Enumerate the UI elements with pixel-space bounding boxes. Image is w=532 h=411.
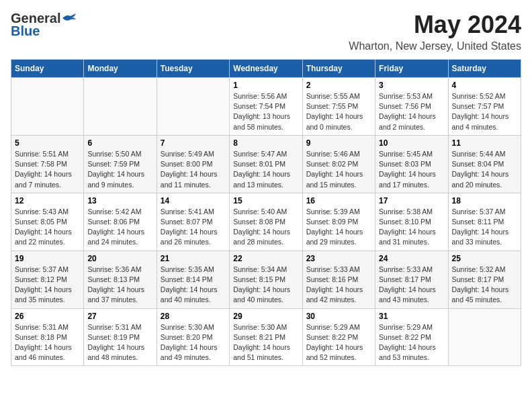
day-of-week-header: Wednesday [230, 60, 302, 78]
day-info: Sunrise: 5:33 AMSunset: 8:17 PMDaylight:… [379, 265, 444, 306]
day-info: Sunrise: 5:44 AMSunset: 8:04 PMDaylight:… [452, 149, 517, 190]
day-number: 8 [233, 138, 298, 148]
logo-blue-text: Blue [11, 24, 40, 39]
day-number: 4 [452, 81, 517, 90]
calendar-day-cell: 7Sunrise: 5:49 AMSunset: 8:00 PMDaylight… [157, 135, 229, 193]
day-info: Sunrise: 5:32 AMSunset: 8:17 PMDaylight:… [452, 265, 517, 306]
day-info: Sunrise: 5:29 AMSunset: 8:22 PMDaylight:… [306, 322, 371, 363]
calendar-day-cell: 25Sunrise: 5:32 AMSunset: 8:17 PMDayligh… [448, 250, 521, 308]
calendar-day-cell: 23Sunrise: 5:33 AMSunset: 8:16 PMDayligh… [302, 250, 375, 308]
day-number: 31 [379, 312, 444, 321]
day-number: 6 [87, 138, 152, 148]
calendar-day-cell: 16Sunrise: 5:39 AMSunset: 8:09 PMDayligh… [302, 193, 375, 250]
day-info: Sunrise: 5:42 AMSunset: 8:06 PMDaylight:… [87, 207, 152, 248]
day-number: 3 [379, 81, 444, 90]
day-number: 21 [161, 254, 226, 263]
location-text: Wharton, New Jersey, United States [349, 40, 521, 52]
day-of-week-header: Sunday [11, 60, 84, 78]
day-info: Sunrise: 5:55 AMSunset: 7:55 PMDaylight:… [306, 91, 371, 132]
calendar-day-cell: 31Sunrise: 5:29 AMSunset: 8:22 PMDayligh… [375, 308, 448, 366]
day-info: Sunrise: 5:49 AMSunset: 8:00 PMDaylight:… [161, 149, 226, 190]
day-number: 30 [306, 312, 371, 321]
day-info: Sunrise: 5:50 AMSunset: 7:59 PMDaylight:… [87, 149, 152, 190]
calendar-week-row: 19Sunrise: 5:37 AMSunset: 8:12 PMDayligh… [11, 250, 521, 308]
day-number: 29 [233, 312, 298, 321]
day-number: 5 [15, 138, 80, 148]
day-info: Sunrise: 5:46 AMSunset: 8:02 PMDaylight:… [306, 149, 371, 190]
day-of-week-header: Monday [84, 60, 157, 78]
day-info: Sunrise: 5:56 AMSunset: 7:54 PMDaylight:… [233, 91, 298, 132]
day-of-week-header: Tuesday [157, 60, 229, 78]
day-number: 10 [379, 138, 444, 148]
calendar-day-cell: 18Sunrise: 5:37 AMSunset: 8:11 PMDayligh… [448, 193, 521, 250]
day-info: Sunrise: 5:47 AMSunset: 8:01 PMDaylight:… [233, 149, 298, 190]
calendar-day-cell [11, 78, 84, 136]
calendar-day-cell: 5Sunrise: 5:51 AMSunset: 7:58 PMDaylight… [11, 135, 84, 193]
day-info: Sunrise: 5:30 AMSunset: 8:21 PMDaylight:… [233, 322, 298, 363]
day-number: 20 [87, 254, 152, 263]
day-info: Sunrise: 5:53 AMSunset: 7:56 PMDaylight:… [379, 91, 444, 132]
day-number: 15 [233, 196, 298, 205]
calendar-table: SundayMondayTuesdayWednesdayThursdayFrid… [11, 59, 521, 366]
calendar-day-cell: 2Sunrise: 5:55 AMSunset: 7:55 PMDaylight… [302, 78, 375, 136]
calendar-day-cell: 29Sunrise: 5:30 AMSunset: 8:21 PMDayligh… [230, 308, 302, 366]
day-info: Sunrise: 5:29 AMSunset: 8:22 PMDaylight:… [379, 322, 444, 363]
calendar-day-cell: 11Sunrise: 5:44 AMSunset: 8:04 PMDayligh… [448, 135, 521, 193]
calendar-day-cell [84, 78, 157, 136]
day-info: Sunrise: 5:33 AMSunset: 8:16 PMDaylight:… [306, 265, 371, 306]
calendar-day-cell: 24Sunrise: 5:33 AMSunset: 8:17 PMDayligh… [375, 250, 448, 308]
calendar-day-cell: 1Sunrise: 5:56 AMSunset: 7:54 PMDaylight… [230, 78, 302, 136]
calendar-day-cell: 26Sunrise: 5:31 AMSunset: 8:18 PMDayligh… [11, 308, 84, 366]
calendar-day-cell: 22Sunrise: 5:34 AMSunset: 8:15 PMDayligh… [230, 250, 302, 308]
calendar-day-cell [448, 308, 521, 366]
logo: General Blue [11, 11, 76, 39]
day-number: 7 [161, 138, 226, 148]
day-info: Sunrise: 5:31 AMSunset: 8:19 PMDaylight:… [87, 322, 152, 363]
calendar-day-cell: 4Sunrise: 5:52 AMSunset: 7:57 PMDaylight… [448, 78, 521, 136]
logo-bird-icon [61, 13, 76, 24]
day-info: Sunrise: 5:38 AMSunset: 8:10 PMDaylight:… [379, 207, 444, 248]
day-number: 19 [15, 254, 80, 263]
calendar-day-cell: 21Sunrise: 5:35 AMSunset: 8:14 PMDayligh… [157, 250, 229, 308]
day-info: Sunrise: 5:37 AMSunset: 8:11 PMDaylight:… [452, 207, 517, 248]
calendar-day-cell: 8Sunrise: 5:47 AMSunset: 8:01 PMDaylight… [230, 135, 302, 193]
day-of-week-header: Thursday [302, 60, 375, 78]
day-number: 28 [161, 312, 226, 321]
calendar-day-cell [157, 78, 229, 136]
day-number: 14 [161, 196, 226, 205]
day-number: 24 [379, 254, 444, 263]
day-info: Sunrise: 5:41 AMSunset: 8:07 PMDaylight:… [161, 207, 226, 248]
day-number: 18 [452, 196, 517, 205]
month-title: May 2024 [349, 11, 521, 39]
calendar-day-cell: 6Sunrise: 5:50 AMSunset: 7:59 PMDaylight… [84, 135, 157, 193]
day-info: Sunrise: 5:43 AMSunset: 8:05 PMDaylight:… [15, 207, 80, 248]
calendar-day-cell: 14Sunrise: 5:41 AMSunset: 8:07 PMDayligh… [157, 193, 229, 250]
day-info: Sunrise: 5:34 AMSunset: 8:15 PMDaylight:… [233, 265, 298, 306]
day-number: 22 [233, 254, 298, 263]
day-info: Sunrise: 5:35 AMSunset: 8:14 PMDaylight:… [161, 265, 226, 306]
day-info: Sunrise: 5:51 AMSunset: 7:58 PMDaylight:… [15, 149, 80, 190]
day-info: Sunrise: 5:45 AMSunset: 8:03 PMDaylight:… [379, 149, 444, 190]
calendar-week-row: 5Sunrise: 5:51 AMSunset: 7:58 PMDaylight… [11, 135, 521, 193]
calendar-day-cell: 9Sunrise: 5:46 AMSunset: 8:02 PMDaylight… [302, 135, 375, 193]
calendar-day-cell: 27Sunrise: 5:31 AMSunset: 8:19 PMDayligh… [84, 308, 157, 366]
calendar-header-row: SundayMondayTuesdayWednesdayThursdayFrid… [11, 60, 521, 78]
day-info: Sunrise: 5:52 AMSunset: 7:57 PMDaylight:… [452, 91, 517, 132]
day-number: 12 [15, 196, 80, 205]
calendar-day-cell: 13Sunrise: 5:42 AMSunset: 8:06 PMDayligh… [84, 193, 157, 250]
calendar-week-row: 12Sunrise: 5:43 AMSunset: 8:05 PMDayligh… [11, 193, 521, 250]
calendar-day-cell: 28Sunrise: 5:30 AMSunset: 8:20 PMDayligh… [157, 308, 229, 366]
title-block: May 2024 Wharton, New Jersey, United Sta… [349, 11, 521, 52]
calendar-day-cell: 3Sunrise: 5:53 AMSunset: 7:56 PMDaylight… [375, 78, 448, 136]
day-number: 25 [452, 254, 517, 263]
calendar-day-cell: 12Sunrise: 5:43 AMSunset: 8:05 PMDayligh… [11, 193, 84, 250]
day-number: 2 [306, 81, 371, 90]
calendar-week-row: 1Sunrise: 5:56 AMSunset: 7:54 PMDaylight… [11, 78, 521, 136]
day-number: 1 [233, 81, 298, 90]
day-number: 11 [452, 138, 517, 148]
calendar-day-cell: 19Sunrise: 5:37 AMSunset: 8:12 PMDayligh… [11, 250, 84, 308]
day-info: Sunrise: 5:37 AMSunset: 8:12 PMDaylight:… [15, 265, 80, 306]
calendar-day-cell: 30Sunrise: 5:29 AMSunset: 8:22 PMDayligh… [302, 308, 375, 366]
calendar-day-cell: 15Sunrise: 5:40 AMSunset: 8:08 PMDayligh… [230, 193, 302, 250]
day-of-week-header: Friday [375, 60, 448, 78]
